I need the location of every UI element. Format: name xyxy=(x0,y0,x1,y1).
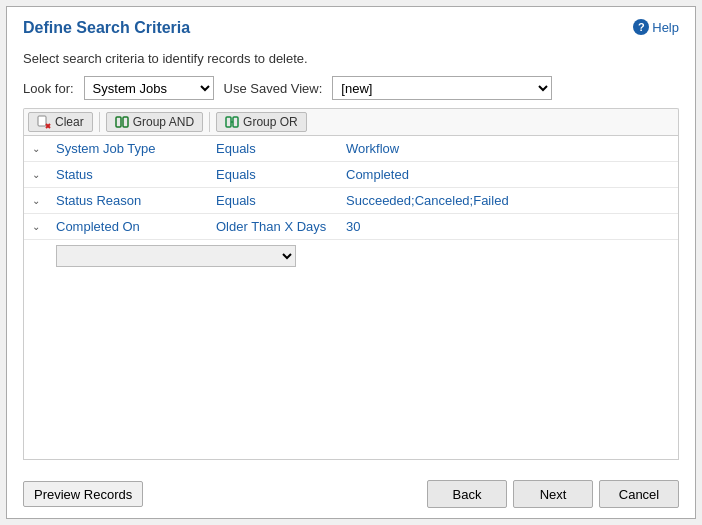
op-link-4[interactable]: Older Than X Days xyxy=(216,219,326,234)
main-content: Look for: System Jobs Use Saved View: [n… xyxy=(7,76,695,470)
op-link-3[interactable]: Equals xyxy=(216,193,256,208)
value-link-1[interactable]: Workflow xyxy=(346,141,399,156)
field-link-1[interactable]: System Job Type xyxy=(56,141,155,156)
table-row: ⌄ Status Reason Equals Succeeded;Cancele… xyxy=(24,188,678,214)
toolbar-separator-1 xyxy=(99,112,100,132)
lookfor-label: Look for: xyxy=(23,81,74,96)
dialog-title: Define Search Criteria xyxy=(23,19,190,37)
nav-buttons: Back Next Cancel xyxy=(427,480,679,508)
svg-rect-6 xyxy=(233,117,238,127)
clear-label: Clear xyxy=(55,115,84,129)
group-and-label: Group AND xyxy=(133,115,194,129)
field-cell-2: Status xyxy=(48,162,208,188)
row-expand-3[interactable]: ⌄ xyxy=(24,188,48,214)
value-cell-4: 30 xyxy=(338,214,678,240)
row-expand-1[interactable]: ⌄ xyxy=(24,136,48,162)
field-link-2[interactable]: Status xyxy=(56,167,93,182)
value-link-4[interactable]: 30 xyxy=(346,219,360,234)
group-or-label: Group OR xyxy=(243,115,298,129)
op-cell-3: Equals xyxy=(208,188,338,214)
group-and-icon xyxy=(115,115,129,129)
value-cell-1: Workflow xyxy=(338,136,678,162)
clear-icon xyxy=(37,115,51,129)
value-link-2[interactable]: Completed xyxy=(346,167,409,182)
group-or-button[interactable]: Group OR xyxy=(216,112,307,132)
define-search-dialog: Define Search Criteria ? Help Select sea… xyxy=(6,6,696,519)
op-cell-1: Equals xyxy=(208,136,338,162)
field-link-4[interactable]: Completed On xyxy=(56,219,140,234)
svg-rect-4 xyxy=(123,117,128,127)
row-expand-4[interactable]: ⌄ xyxy=(24,214,48,240)
back-button[interactable]: Back xyxy=(427,480,507,508)
field-cell-3: Status Reason xyxy=(48,188,208,214)
help-label: Help xyxy=(652,20,679,35)
dialog-footer: Preview Records Back Next Cancel xyxy=(7,470,695,518)
lookfor-select[interactable]: System Jobs xyxy=(84,76,214,100)
saved-view-select[interactable]: [new] xyxy=(332,76,552,100)
table-row: ⌄ System Job Type Equals Workflow xyxy=(24,136,678,162)
svg-rect-5 xyxy=(226,117,231,127)
svg-rect-0 xyxy=(38,116,46,126)
criteria-table: ⌄ System Job Type Equals Workflow ⌄ xyxy=(23,135,679,460)
op-cell-2: Equals xyxy=(208,162,338,188)
value-link-3[interactable]: Succeeded;Canceled;Failed xyxy=(346,193,509,208)
group-or-icon xyxy=(225,115,239,129)
criteria-rows-table: ⌄ System Job Type Equals Workflow ⌄ xyxy=(24,136,678,272)
add-criteria-row xyxy=(24,240,678,273)
op-link-1[interactable]: Equals xyxy=(216,141,256,156)
field-link-3[interactable]: Status Reason xyxy=(56,193,141,208)
help-link[interactable]: ? Help xyxy=(633,19,679,35)
group-and-button[interactable]: Group AND xyxy=(106,112,203,132)
dialog-header: Define Search Criteria ? Help xyxy=(7,7,695,43)
table-row: ⌄ Status Equals Completed xyxy=(24,162,678,188)
help-icon: ? xyxy=(633,19,649,35)
row-expand-2[interactable]: ⌄ xyxy=(24,162,48,188)
field-cell-1: System Job Type xyxy=(48,136,208,162)
saved-view-label: Use Saved View: xyxy=(224,81,323,96)
table-row: ⌄ Completed On Older Than X Days 30 xyxy=(24,214,678,240)
op-cell-4: Older Than X Days xyxy=(208,214,338,240)
preview-records-button[interactable]: Preview Records xyxy=(23,481,143,507)
clear-button[interactable]: Clear xyxy=(28,112,93,132)
controls-row: Look for: System Jobs Use Saved View: [n… xyxy=(23,76,679,100)
value-cell-3: Succeeded;Canceled;Failed xyxy=(338,188,678,214)
cancel-button[interactable]: Cancel xyxy=(599,480,679,508)
next-button[interactable]: Next xyxy=(513,480,593,508)
field-cell-4: Completed On xyxy=(48,214,208,240)
toolbar: Clear Group AND Group OR xyxy=(23,108,679,135)
subtitle-text: Select search criteria to identify recor… xyxy=(7,43,695,76)
value-cell-2: Completed xyxy=(338,162,678,188)
add-criteria-select[interactable] xyxy=(56,245,296,267)
svg-rect-3 xyxy=(116,117,121,127)
op-link-2[interactable]: Equals xyxy=(216,167,256,182)
toolbar-separator-2 xyxy=(209,112,210,132)
